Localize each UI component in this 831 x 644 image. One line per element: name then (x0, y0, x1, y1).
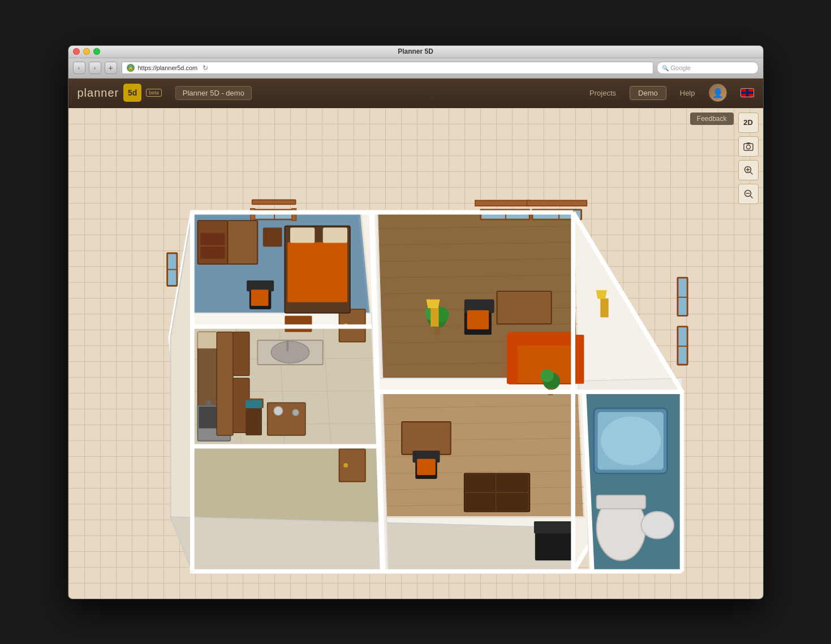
zoom-out-icon (743, 188, 754, 200)
new-tab-button[interactable]: + (105, 62, 117, 74)
svg-rect-126 (496, 474, 528, 492)
ssl-lock-icon: 🔒 (127, 64, 135, 72)
svg-point-117 (274, 407, 282, 415)
svg-rect-77 (200, 247, 225, 258)
zoom-in-icon (743, 165, 754, 176)
svg-rect-76 (200, 233, 225, 245)
svg-marker-97 (426, 299, 440, 308)
minimize-button[interactable] (83, 48, 90, 55)
svg-rect-79 (247, 280, 274, 291)
svg-rect-72 (285, 315, 312, 332)
svg-rect-127 (496, 493, 528, 511)
search-icon: 🔍 (662, 65, 669, 71)
floor-plan-svg (80, 136, 729, 593)
logo-area: planner 5d beta Planner 5D - demo (77, 84, 252, 102)
svg-point-1 (746, 145, 750, 149)
camera-icon (743, 141, 754, 152)
svg-rect-2 (747, 142, 750, 144)
svg-rect-71 (322, 227, 347, 243)
maximize-button[interactable] (93, 48, 100, 55)
svg-rect-96 (430, 308, 438, 327)
svg-rect-59 (677, 296, 687, 297)
search-bar[interactable]: 🔍 Google (657, 62, 759, 74)
main-content: Feedback 2D (68, 108, 763, 599)
svg-marker-99 (596, 290, 606, 299)
zoom-in-button[interactable] (738, 160, 759, 180)
svg-point-107 (205, 400, 211, 405)
forward-button[interactable]: › (89, 62, 101, 74)
app-header: planner 5d beta Planner 5D - demo Projec… (68, 79, 763, 108)
svg-rect-111 (233, 332, 249, 375)
screenshot-button[interactable] (738, 136, 759, 157)
svg-rect-61 (677, 345, 687, 347)
url-text: https://planner5d.com (138, 64, 198, 71)
traffic-lights (73, 48, 100, 55)
svg-rect-92 (434, 326, 440, 334)
svg-rect-110 (217, 332, 233, 435)
demo-button[interactable]: Demo (630, 86, 666, 100)
svg-rect-75 (227, 221, 257, 264)
logo-5d: 5d (123, 84, 141, 102)
svg-rect-113 (246, 405, 262, 435)
svg-rect-49 (252, 200, 295, 204)
svg-rect-63 (167, 269, 176, 270)
svg-rect-83 (467, 310, 488, 329)
title-bar: Planner 5D (68, 46, 763, 58)
svg-rect-70 (290, 227, 315, 243)
svg-point-135 (641, 511, 674, 538)
svg-rect-125 (465, 493, 495, 511)
refresh-button[interactable]: ↻ (201, 63, 210, 72)
svg-point-67 (343, 463, 348, 468)
svg-point-103 (271, 341, 309, 362)
svg-line-4 (750, 172, 752, 174)
right-toolbar: 2D (738, 113, 759, 204)
svg-rect-122 (417, 459, 436, 475)
canvas-area[interactable]: Feedback 2D (68, 108, 763, 599)
svg-point-94 (540, 369, 553, 382)
view-2d-button[interactable]: 2D (738, 113, 759, 133)
svg-rect-80 (251, 289, 268, 306)
feedback-button[interactable]: Feedback (690, 113, 734, 125)
svg-rect-60 (677, 326, 687, 364)
svg-rect-84 (497, 291, 551, 324)
beta-badge: beta (146, 89, 162, 97)
url-bar[interactable]: 🔒 https://planner5d.com ↻ (122, 62, 653, 74)
project-name[interactable]: Planner 5D - demo (175, 86, 252, 100)
floor-plan[interactable] (80, 136, 729, 593)
svg-point-118 (292, 409, 299, 416)
svg-rect-134 (596, 495, 645, 508)
language-flag[interactable] (740, 88, 754, 97)
search-placeholder: Google (671, 64, 691, 71)
svg-line-8 (750, 196, 752, 198)
svg-rect-129 (533, 521, 574, 533)
svg-rect-115 (246, 400, 262, 408)
back-button[interactable]: ‹ (73, 62, 85, 74)
help-link[interactable]: Help (680, 89, 695, 97)
browser-window: Planner 5D ‹ › + 🔒 https://planner5d.com… (68, 45, 764, 599)
logo-text: planner (77, 87, 119, 100)
svg-rect-98 (600, 298, 608, 317)
svg-rect-88 (506, 335, 517, 384)
svg-point-132 (601, 416, 661, 465)
close-button[interactable] (73, 48, 80, 55)
projects-link[interactable]: Projects (589, 89, 616, 97)
svg-rect-116 (267, 403, 305, 435)
window-title: Planner 5D (398, 47, 433, 55)
svg-rect-104 (286, 340, 289, 351)
svg-rect-101 (197, 332, 217, 348)
nav-links: Projects Demo Help 👤 (589, 84, 754, 102)
svg-rect-73 (262, 227, 282, 247)
svg-rect-124 (465, 474, 495, 492)
svg-rect-69 (287, 242, 347, 302)
browser-toolbar: ‹ › + 🔒 https://planner5d.com ↻ 🔍 Google (68, 58, 763, 79)
svg-rect-66 (339, 449, 365, 482)
zoom-out-button[interactable] (738, 184, 759, 204)
svg-rect-119 (402, 422, 451, 455)
user-avatar[interactable]: 👤 (709, 84, 727, 102)
svg-rect-56 (475, 200, 529, 206)
svg-rect-57 (527, 200, 587, 206)
